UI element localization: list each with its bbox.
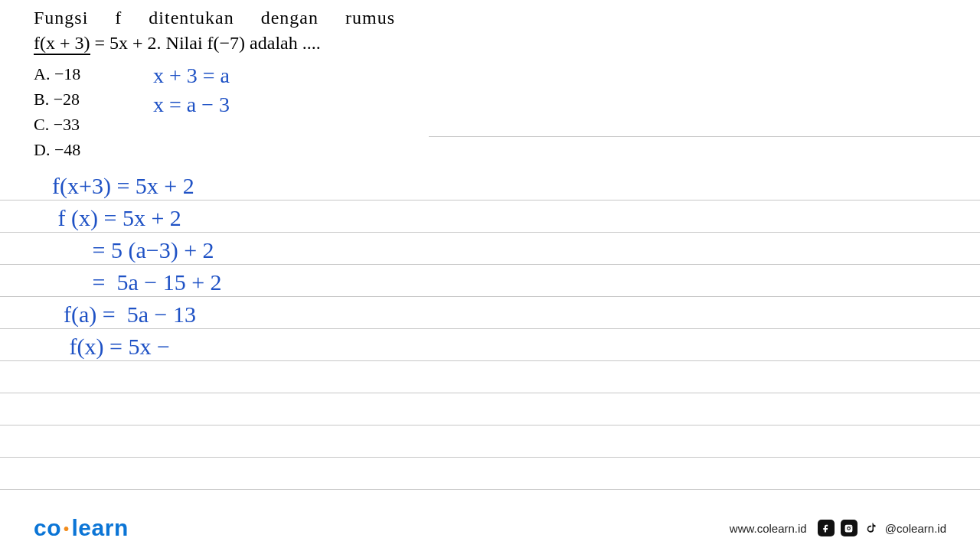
website-url: www.colearn.id — [730, 522, 807, 535]
rule-line — [0, 425, 980, 458]
footer-right: www.colearn.id @colearn.id — [730, 520, 946, 536]
option-b: B. −28 — [34, 86, 80, 112]
page: Fungsi f ditentukan dengan rumus f(x + 3… — [0, 0, 980, 551]
brand-learn: learn — [72, 515, 129, 540]
instagram-icon — [841, 520, 858, 536]
tiktok-icon — [864, 520, 879, 536]
problem-line1: Fungsi f ditentukan dengan rumus — [34, 8, 508, 28]
work-line: f (x) = 5x + 2 — [52, 202, 222, 234]
handwriting-substitution: x + 3 = a x = a − 3 — [153, 61, 230, 119]
option-a: A. −18 — [34, 61, 80, 86]
word: rumus — [345, 8, 395, 28]
word: f — [115, 8, 122, 28]
rule-line-short — [429, 136, 980, 137]
option-c: C. −33 — [34, 112, 80, 137]
social-handle: @colearn.id — [885, 522, 946, 535]
handwriting-work: f(x+3) = 5x + 2 f (x) = 5x + 2 = 5 (a−3)… — [52, 170, 222, 363]
brand-logo: co•learn — [34, 515, 129, 541]
word: Fungsi — [34, 8, 88, 28]
handwriting-line: x = a − 3 — [153, 90, 230, 119]
work-line: f(x) = 5x − — [52, 331, 222, 363]
word: dengan — [261, 8, 318, 28]
rule-line — [0, 361, 980, 393]
rule-line — [0, 393, 980, 425]
handwriting-line: x + 3 = a — [153, 61, 230, 90]
word: ditentukan — [149, 8, 234, 28]
social-icons: @colearn.id — [818, 520, 946, 536]
brand-dot-icon: • — [61, 520, 72, 537]
option-d: D. −48 — [34, 137, 80, 162]
function-expr: f(x + 3) — [34, 33, 90, 55]
brand-co: co — [34, 515, 61, 540]
work-line: = 5 (a−3) + 2 — [52, 234, 222, 266]
problem-rest: = 5x + 2. Nilai f(−7) adalah .... — [90, 33, 321, 53]
facebook-icon — [818, 520, 835, 536]
problem-line2: f(x + 3) = 5x + 2. Nilai f(−7) adalah ..… — [34, 33, 508, 54]
work-line: f(a) = 5a − 13 — [52, 298, 222, 331]
problem-block: Fungsi f ditentukan dengan rumus f(x + 3… — [34, 8, 508, 54]
work-line: f(x+3) = 5x + 2 — [52, 170, 222, 202]
answer-options: A. −18 B. −28 C. −33 D. −48 — [34, 61, 80, 162]
work-line: = 5a − 15 + 2 — [52, 266, 222, 298]
footer: co•learn www.colearn.id @colearn.id — [0, 505, 980, 551]
rule-line — [0, 458, 980, 490]
